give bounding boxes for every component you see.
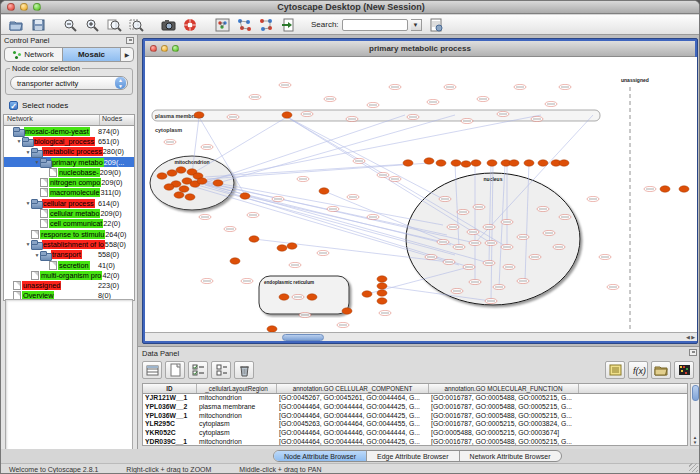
tab-node-attribute-browser[interactable]: Node Attribute Browser	[274, 451, 367, 461]
status-message: Middle-click + drag to PAN	[239, 466, 321, 473]
tree-row-label: primary metabo	[51, 158, 104, 167]
tree-row-node-count: 22(0)	[103, 219, 135, 228]
folder-icon	[40, 158, 50, 166]
network-window-titlebar[interactable]: primary metabolic process	[145, 41, 695, 57]
tree-row[interactable]: ▼metabolic process280(0)	[4, 147, 134, 157]
tree-row[interactable]: multi-organism pro42(0)	[4, 270, 134, 280]
unselect-attributes-icon[interactable]	[211, 361, 231, 379]
resize-grip[interactable]	[689, 463, 698, 472]
tree-row[interactable]: cellular metabo209(0)	[4, 208, 134, 218]
tab-edge-attribute-browser[interactable]: Edge Attribute Browser	[367, 451, 460, 461]
canvas-horizontal-scrollbar[interactable]: ◀ ▶	[145, 332, 697, 341]
attribute-table-header[interactable]: ID _cellularLayoutRegion annotation.GO C…	[143, 384, 687, 394]
tree-row[interactable]: response to stimulu264(0)	[4, 229, 134, 239]
delete-attribute-icon[interactable]	[234, 361, 254, 379]
float-data-panel-icon[interactable]	[689, 349, 697, 356]
select-attributes-icon[interactable]	[188, 361, 208, 379]
layout-red-icon[interactable]	[257, 17, 275, 33]
tab-mosaic[interactable]: Mosaic	[63, 48, 121, 61]
select-nodes-checkbox[interactable]: ✓	[9, 101, 18, 110]
zoom-selected-icon[interactable]	[127, 17, 145, 33]
application-window: Cytoscape Desktop (New Session) Search: …	[0, 0, 700, 474]
table-cell: mitochondrion	[197, 438, 277, 446]
table-cell: [GO:0044464, GO:0044444, GO:0044425, G..…	[277, 403, 429, 412]
file-icon	[13, 281, 21, 290]
tree-row-node-count: 280(0)	[103, 147, 135, 156]
tree-row-node-count: 223(0)	[98, 281, 134, 290]
tree-row[interactable]: ▼establishment of lo558(0)	[4, 239, 134, 249]
table-row[interactable]: YPL036W__2plasma membrane[GO:0044464, GO…	[143, 403, 687, 412]
tree-row[interactable]: mosaic-demo-yeast874(0)	[4, 126, 134, 136]
network-canvas[interactable]: plasma membranecytoplasmmitochondrionnuc…	[145, 57, 697, 332]
tree-row[interactable]: unassigned223(0)	[4, 280, 134, 290]
table-cell: [GO:0016787, GO:0005488, GO:0005215, G..…	[429, 403, 579, 412]
tree-row-node-count: 651(0)	[98, 137, 134, 146]
tree-row-node-count: 209(0)	[100, 168, 135, 177]
table-cell: plasma membrane	[197, 403, 277, 412]
tree-row[interactable]: nucleobase-209(0)	[4, 167, 134, 177]
tree-row[interactable]: nitrogen compo209(0)	[4, 177, 134, 187]
snapshot-camera-icon[interactable]	[159, 17, 177, 33]
tree-row-label: transport	[51, 250, 82, 259]
tree-row-label: response to stimulu	[40, 230, 105, 239]
tree-row[interactable]: ▼cellular process614(0)	[4, 198, 134, 208]
tree-row-node-count: 558(0)	[105, 240, 135, 249]
birdseye-view-panel[interactable]	[5, 299, 133, 453]
tree-row[interactable]: macromolecule311(0)	[4, 188, 134, 198]
table-row[interactable]: YLR295Ccytoplasm[GO:0045263, GO:0044464,…	[143, 420, 687, 429]
table-row[interactable]: YJR121W__1mitochondrion[GO:0045267, GO:0…	[143, 394, 687, 403]
new-attribute-icon[interactable]	[165, 361, 185, 379]
float-panel-icon[interactable]	[126, 37, 134, 44]
table-cell: [GO:0045263, GO:0044464, GO:0044455, G..…	[277, 420, 429, 429]
network-overview-icon[interactable]	[213, 17, 231, 33]
function-builder-icon[interactable]: f(x)	[628, 361, 648, 379]
zoom-fit-icon[interactable]	[105, 17, 123, 33]
table-cell: [GO:0045267, GO:0045261, GO:0044464, G..…	[277, 394, 429, 403]
save-icon[interactable]	[29, 17, 47, 33]
table-row[interactable]: YKR052Ccytoplasm[GO:0044464, GO:0044446,…	[143, 429, 687, 438]
tab-network[interactable]: Network	[5, 48, 63, 61]
table-row[interactable]: YPL036W__1mitochondrion[GO:0044464, GO:0…	[143, 412, 687, 421]
scrollbar-arrows-icon[interactable]: ◀ ▶	[686, 334, 695, 340]
search-input[interactable]	[342, 19, 408, 31]
table-vertical-scrollbar[interactable]: ▲▼	[690, 383, 700, 446]
table-cell: mitochondrion	[197, 412, 277, 421]
table-cell: [GO:0044464, GO:0044444, GO:0044425, G..…	[277, 438, 429, 446]
scrollbar-thumb[interactable]	[692, 385, 699, 401]
tree-row[interactable]: ▼primary metabo209(...	[4, 157, 134, 167]
tree-row-label: unassigned	[22, 281, 61, 290]
status-message: Right-click + drag to ZOOM	[126, 466, 211, 473]
import-folder-icon[interactable]	[651, 361, 671, 379]
table-row[interactable]: YDR039C__1mitochondrion[GO:0044464, GO:0…	[143, 438, 687, 446]
help-lifesaver-icon[interactable]	[181, 17, 199, 33]
zoom-in-icon[interactable]	[83, 17, 101, 33]
attribute-list-icon[interactable]	[605, 361, 625, 379]
scrollbar-thumb[interactable]	[282, 334, 324, 341]
svg-text:mitochondrion: mitochondrion	[175, 159, 210, 165]
tab-network-attribute-browser[interactable]: Network Attribute Browser	[460, 451, 561, 461]
file-icon	[40, 178, 48, 187]
search-dropdown-arrow[interactable]: ▼	[411, 19, 422, 31]
svg-text:cytoplasm: cytoplasm	[155, 127, 182, 133]
more-tabs-arrow-icon[interactable]: ▶	[121, 51, 133, 58]
folder-icon	[40, 251, 50, 259]
zoom-out-icon[interactable]	[61, 17, 79, 33]
svg-text:unassigned: unassigned	[621, 77, 649, 83]
open-folder-icon[interactable]	[7, 17, 25, 33]
table-cell: YDR039C__1	[143, 438, 197, 446]
tree-row[interactable]: ▼biological_process651(0)	[4, 136, 134, 146]
import-network-icon[interactable]	[279, 17, 297, 33]
layout-blue-icon[interactable]	[235, 17, 253, 33]
tree-row[interactable]: ▼transport558(0)	[4, 250, 134, 260]
import-attributes-icon[interactable]	[428, 17, 446, 33]
scrollbar-arrows-icon[interactable]: ▲▼	[691, 435, 699, 445]
attribute-table: ID _cellularLayoutRegion annotation.GO C…	[142, 383, 688, 446]
tree-row-node-count: 209(...	[104, 158, 135, 167]
tree-row[interactable]: cell communicat22(0)	[4, 219, 134, 229]
tree-row[interactable]: secretion41(0)	[4, 260, 134, 270]
node-color-dropdown[interactable]: transporter activity ▲▼	[10, 76, 128, 90]
node-color-selection-group: Node color selection transporter activit…	[5, 68, 133, 95]
file-icon	[49, 261, 57, 270]
matrix-icon[interactable]	[674, 361, 694, 379]
attribute-grid-icon[interactable]	[142, 361, 162, 379]
